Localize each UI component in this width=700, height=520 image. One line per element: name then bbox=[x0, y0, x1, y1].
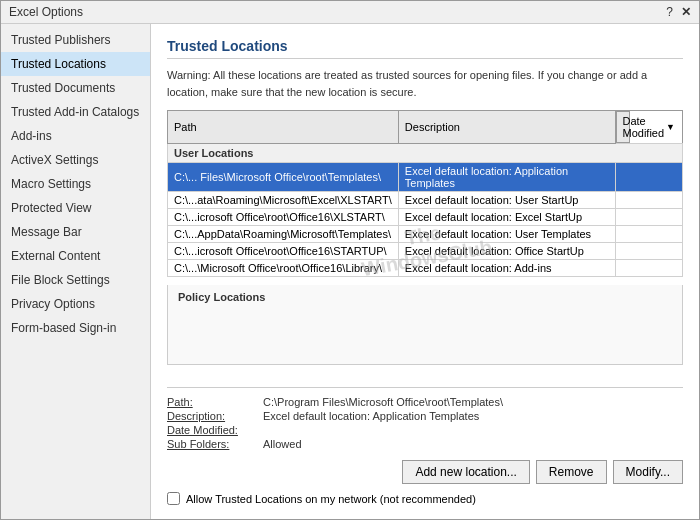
allow-network-locations-label: Allow Trusted Locations on my network (n… bbox=[186, 493, 476, 505]
cell-path: C:\...ata\Roaming\Microsoft\Excel\XLSTAR… bbox=[168, 192, 399, 209]
locations-table: Path Description Date Modified ▼ bbox=[167, 110, 683, 277]
trust-center-window: Excel Options ? ✕ Trusted PublishersTrus… bbox=[0, 0, 700, 520]
detail-date-row: Date Modified: bbox=[167, 424, 683, 436]
cell-path: C:\...\Microsoft Office\root\Office16\Li… bbox=[168, 260, 399, 277]
content-title: Trusted Locations bbox=[167, 38, 683, 59]
cell-date bbox=[615, 226, 683, 243]
cell-description: Excel default location: User Templates bbox=[398, 226, 615, 243]
allow-network-locations-checkbox[interactable] bbox=[167, 492, 180, 505]
sidebar-item-trusted-add-in-catalogs[interactable]: Trusted Add-in Catalogs bbox=[1, 100, 150, 124]
policy-section: Policy Locations The WindowsClub bbox=[167, 285, 683, 365]
cell-date bbox=[615, 209, 683, 226]
add-new-location-button[interactable]: Add new location... bbox=[402, 460, 529, 484]
title-bar: Excel Options ? ✕ bbox=[1, 1, 699, 24]
cell-path: C:\...icrosoft Office\root\Office16\XLST… bbox=[168, 209, 399, 226]
sidebar-item-file-block-settings[interactable]: File Block Settings bbox=[1, 268, 150, 292]
cell-path: C:\...icrosoft Office\root\Office16\STAR… bbox=[168, 243, 399, 260]
description-label: Description: bbox=[167, 410, 257, 422]
detail-subfolders-row: Sub Folders: Allowed bbox=[167, 438, 683, 450]
modify-button[interactable]: Modify... bbox=[613, 460, 683, 484]
table-row[interactable]: C:\...AppData\Roaming\Microsoft\Template… bbox=[168, 226, 683, 243]
col-desc-header[interactable]: Description bbox=[398, 111, 615, 144]
detail-path-row: Path: C:\Program Files\Microsoft Office\… bbox=[167, 396, 683, 408]
path-value: C:\Program Files\Microsoft Office\root\T… bbox=[263, 396, 503, 408]
table-header-row: Path Description Date Modified ▼ bbox=[168, 111, 683, 144]
policy-label: Policy Locations bbox=[174, 289, 676, 305]
sidebar-item-trusted-locations[interactable]: Trusted Locations bbox=[1, 52, 150, 76]
remove-button[interactable]: Remove bbox=[536, 460, 607, 484]
table-row[interactable]: C:\...ata\Roaming\Microsoft\Excel\XLSTAR… bbox=[168, 192, 683, 209]
detail-description-row: Description: Excel default location: App… bbox=[167, 410, 683, 422]
main-container: Trusted PublishersTrusted LocationsTrust… bbox=[1, 24, 699, 519]
window-title: Excel Options bbox=[9, 5, 83, 19]
warning-text: Warning: All these locations are treated… bbox=[167, 67, 683, 100]
close-button[interactable]: ✕ bbox=[681, 5, 691, 19]
sidebar-item-activex-settings[interactable]: ActiveX Settings bbox=[1, 148, 150, 172]
allow-network-locations-row: Allow Trusted Locations on my network (n… bbox=[167, 492, 683, 505]
path-label: Path: bbox=[167, 396, 257, 408]
sub-folders-label: Sub Folders: bbox=[167, 438, 257, 450]
title-bar-controls: ? ✕ bbox=[666, 5, 691, 19]
cell-description: Excel default location: Excel StartUp bbox=[398, 209, 615, 226]
cell-description: Excel default location: User StartUp bbox=[398, 192, 615, 209]
button-row: Add new location... Remove Modify... bbox=[167, 460, 683, 484]
cell-date bbox=[615, 163, 683, 192]
cell-date bbox=[615, 192, 683, 209]
cell-description: Excel default location: Add-ins bbox=[398, 260, 615, 277]
cell-description: Excel default location: Application Temp… bbox=[398, 163, 615, 192]
sidebar-item-trusted-documents[interactable]: Trusted Documents bbox=[1, 76, 150, 100]
table-row[interactable]: C:\... Files\Microsoft Office\root\Templ… bbox=[168, 163, 683, 192]
table-row[interactable]: C:\...icrosoft Office\root\Office16\XLST… bbox=[168, 209, 683, 226]
sidebar-item-form-based-sign-in[interactable]: Form-based Sign-in bbox=[1, 316, 150, 340]
date-modified-label: Date Modified: bbox=[167, 424, 257, 436]
sidebar-item-protected-view[interactable]: Protected View bbox=[1, 196, 150, 220]
cell-date bbox=[615, 243, 683, 260]
user-locations-header: User Locations bbox=[168, 144, 683, 163]
sidebar-item-external-content[interactable]: External Content bbox=[1, 244, 150, 268]
locations-table-wrapper: Path Description Date Modified ▼ bbox=[167, 110, 683, 383]
cell-date bbox=[615, 260, 683, 277]
sidebar-item-trusted-publishers[interactable]: Trusted Publishers bbox=[1, 28, 150, 52]
table-row[interactable]: C:\...\Microsoft Office\root\Office16\Li… bbox=[168, 260, 683, 277]
col-date-header[interactable]: Date Modified ▼ bbox=[616, 111, 630, 143]
cell-description: Excel default location: Office StartUp bbox=[398, 243, 615, 260]
content-area: Trusted Locations Warning: All these loc… bbox=[151, 24, 699, 519]
sub-folders-value: Allowed bbox=[263, 438, 302, 450]
sidebar-item-privacy-options[interactable]: Privacy Options bbox=[1, 292, 150, 316]
table-row[interactable]: C:\...icrosoft Office\root\Office16\STAR… bbox=[168, 243, 683, 260]
sort-arrow-icon: ▼ bbox=[666, 122, 675, 132]
cell-path: C:\... Files\Microsoft Office\root\Templ… bbox=[168, 163, 399, 192]
col-path-header[interactable]: Path bbox=[168, 111, 399, 144]
sidebar: Trusted PublishersTrusted LocationsTrust… bbox=[1, 24, 151, 519]
sidebar-item-add-ins[interactable]: Add-ins bbox=[1, 124, 150, 148]
sidebar-item-message-bar[interactable]: Message Bar bbox=[1, 220, 150, 244]
cell-path: C:\...AppData\Roaming\Microsoft\Template… bbox=[168, 226, 399, 243]
help-button[interactable]: ? bbox=[666, 5, 673, 19]
description-value: Excel default location: Application Temp… bbox=[263, 410, 479, 422]
sidebar-item-macro-settings[interactable]: Macro Settings bbox=[1, 172, 150, 196]
detail-section: Path: C:\Program Files\Microsoft Office\… bbox=[167, 387, 683, 452]
